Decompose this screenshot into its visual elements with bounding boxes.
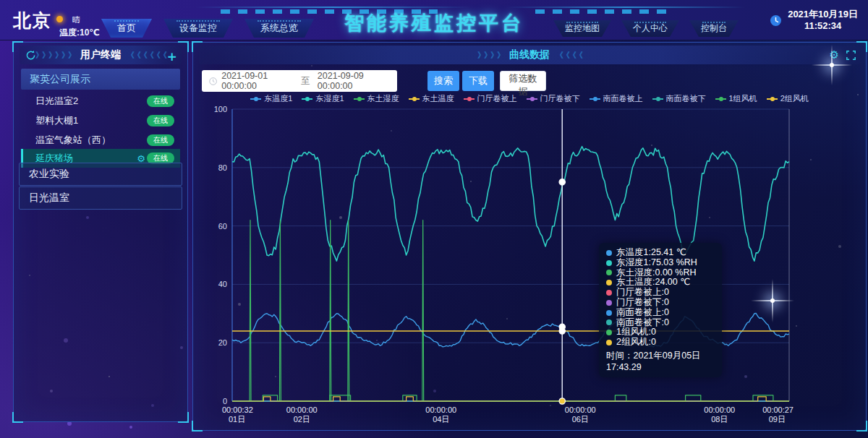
legend-item[interactable]: 2组风机 [767, 93, 809, 104]
legend-item[interactable]: 东土温度 [409, 93, 454, 104]
sidebar-group-agriculture-experiment[interactable]: 农业实验 [19, 163, 182, 186]
corner-decoration [12, 412, 23, 423]
user-terminal-panel: 》》》》》》 用户终端 《《《《《《 ＋ 聚英公司展示 日光温室2 在线 塑料大… [13, 42, 188, 422]
sidebar-title: 用户终端 [80, 48, 121, 61]
legend-label: 南面卷被上 [603, 93, 643, 104]
x-tick-day-label: 01日 [229, 415, 245, 424]
legend-item[interactable]: 1组风机 [715, 93, 757, 104]
legend-label: 1组风机 [729, 93, 757, 104]
online-status-badge: 在线 [147, 134, 174, 146]
crosshair-dot [559, 328, 565, 334]
y-tick-label: 40 [218, 280, 227, 288]
legend-marker-icon [527, 98, 537, 100]
legend-label: 东湿度1 [315, 93, 344, 104]
chevrons-left-decoration: 》》》》 [477, 50, 503, 61]
x-tick-day-label: 08日 [711, 415, 728, 424]
legend-label: 2组风机 [780, 93, 809, 104]
top-header: 北京 晴 温度:10℃ 首页 设备监控 系统总览 智能养殖监控平台 监控地图 个… [0, 0, 868, 40]
sidebar-item-greenhouse2[interactable]: 日光温室2 在线 [21, 92, 180, 111]
header-circuit-line [506, 7, 745, 8]
filter-data-button[interactable]: 筛选数据 [500, 71, 546, 91]
legend-marker-icon [250, 98, 261, 100]
nav-console[interactable]: 控制台 [689, 20, 739, 37]
datetime-block: 2021年10月19日 11:52:34 [770, 9, 858, 32]
crosshair-dot [559, 398, 565, 404]
legend-label: 门厅卷被下 [540, 93, 580, 104]
current-date: 2021年10月19日 [788, 9, 858, 20]
x-tick-time-label: 00:00:00 [565, 405, 596, 414]
corner-decoration [178, 412, 189, 423]
sidebar-item-weather-station[interactable]: 温室气象站（西） 在线 [21, 131, 180, 150]
panel-title: 曲线数据 [509, 48, 550, 61]
online-status-badge: 在线 [147, 115, 174, 126]
legend-item[interactable]: 南面卷被上 [590, 93, 643, 104]
terminal-label: 温室气象站（西） [35, 134, 111, 147]
series-东湿度1 [232, 147, 789, 261]
legend-item[interactable]: 东湿度1 [302, 93, 344, 104]
y-tick-label: 100 [214, 105, 227, 113]
legend-item[interactable]: 门厅卷被下 [527, 93, 580, 104]
panel-header: 》》》》 曲线数据 《《《《 [199, 46, 860, 64]
legend-item[interactable]: 东温度1 [250, 93, 292, 104]
chevrons-left-decoration: 》》》》》》 [35, 50, 75, 61]
date-end-value: 2021-09-09 00:00:00 [318, 71, 390, 91]
legend-item[interactable]: 南面卷被下 [652, 93, 706, 104]
legend-label: 门厅卷被上 [477, 93, 517, 104]
x-tick-time-label: 00:00:32 [222, 405, 253, 414]
y-tick-label: 20 [218, 338, 227, 347]
chevrons-right-decoration: 《《《《《《 [127, 50, 166, 61]
clock-icon [770, 14, 782, 27]
legend-marker-icon [302, 98, 312, 100]
legend: 东温度1东湿度1东土湿度东土温度门厅卷被上门厅卷被下南面卷被上南面卷被下1组风机… [193, 93, 866, 104]
x-tick-day-label: 06日 [572, 415, 589, 424]
sidebar-item-plastic-shed1[interactable]: 塑料大棚1 在线 [21, 111, 180, 130]
series-东温度1 [232, 314, 789, 348]
legend-item[interactable]: 门厅卷被上 [464, 93, 517, 104]
legend-label: 东温度1 [264, 93, 292, 104]
add-terminal-button[interactable]: ＋ [165, 47, 179, 66]
x-tick-time-label: 00:00:00 [425, 405, 456, 414]
legend-label: 南面卷被下 [666, 93, 706, 104]
terminal-label: 塑料大棚1 [35, 114, 78, 127]
search-button[interactable]: 搜索 [427, 71, 459, 91]
nav-monitor-map[interactable]: 监控地图 [553, 20, 611, 37]
y-tick-label: 60 [218, 222, 227, 231]
y-tick-label: 80 [218, 163, 227, 172]
online-status-badge: 在线 [147, 95, 174, 107]
clock-icon [209, 77, 217, 86]
legend-marker-icon [652, 98, 663, 100]
date-start-value: 2021-09-01 00:00:00 [221, 71, 294, 91]
date-range-input[interactable]: 2021-09-01 00:00:00 至 2021-09-09 00:00:0… [202, 70, 397, 92]
fullscreen-icon[interactable] [846, 51, 856, 60]
legend-marker-icon [715, 98, 726, 100]
legend-marker-icon [464, 98, 475, 100]
legend-item[interactable]: 东土湿度 [354, 93, 399, 104]
sidebar-item-company[interactable]: 聚英公司展示 [21, 69, 180, 90]
x-tick-time-label: 00:00:27 [762, 405, 793, 414]
y-tick-label: 0 [223, 397, 227, 405]
date-separator: 至 [301, 75, 310, 87]
x-tick-time-label: 00:00:00 [704, 405, 735, 414]
series-东土湿度 [232, 220, 789, 402]
x-tick-day-label: 09日 [769, 415, 786, 424]
x-tick-day-label: 02日 [294, 415, 310, 424]
current-time: 11:52:34 [788, 20, 858, 32]
nav-right: 监控地图 个人中心 控制台 [553, 20, 739, 37]
curve-chart[interactable]: 02040608010000:00:3201日00:00:0002日00:00:… [208, 103, 793, 430]
crosshair-dot [559, 179, 565, 185]
legend-marker-icon [354, 98, 365, 100]
corner-decoration [192, 421, 203, 431]
legend-label: 东土湿度 [367, 93, 399, 104]
x-tick-day-label: 04日 [433, 415, 449, 424]
download-button[interactable]: 下载 [462, 71, 494, 91]
terminal-label: 日光温室2 [35, 95, 78, 108]
nav-personal-center[interactable]: 个人中心 [621, 20, 679, 37]
sidebar-header: 》》》》》》 用户终端 《《《《《《 [20, 46, 182, 64]
legend-marker-icon [767, 98, 778, 100]
panel-settings-icon[interactable]: ⚙ [830, 49, 839, 61]
corner-decoration [856, 421, 867, 431]
curve-data-panel: 》》》》 曲线数据 《《《《 ⚙ 2021-09-01 00:00:00 至 2… [192, 42, 867, 431]
series-1组风机 [232, 395, 789, 401]
refresh-icon[interactable] [24, 49, 38, 63]
sidebar-group-solar-greenhouse[interactable]: 日光温室 [19, 186, 182, 210]
